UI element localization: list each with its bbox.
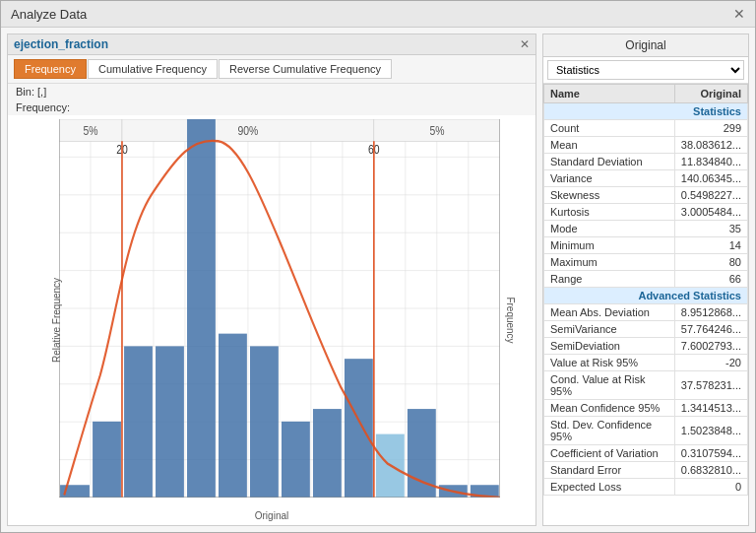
table-row: Mean Confidence 95%1.3414513... (544, 400, 748, 417)
table-row: Count299 (544, 120, 748, 137)
adv-stat-value: -20 (674, 355, 747, 371)
stat-name: Kurtosis (544, 204, 675, 221)
tab-cumulative-button[interactable]: Cumulative Frequency (88, 59, 218, 79)
window-close-button[interactable]: ✕ (733, 6, 745, 22)
stats-dropdown[interactable]: Statistics (547, 60, 744, 80)
table-row: Minimum14 (544, 237, 748, 254)
svg-rect-45 (345, 359, 373, 498)
adv-stat-value: 37.578231... (674, 371, 747, 400)
stat-value: 35 (674, 221, 747, 237)
adv-stat-name: Mean Confidence 95% (544, 400, 675, 417)
stat-name: Range (544, 271, 675, 288)
tab-buttons-row: Frequency Cumulative Frequency Reverse C… (8, 55, 536, 84)
table-row: Standard Error0.6832810... (544, 462, 748, 479)
stat-name: Maximum (544, 254, 675, 271)
stat-value: 3.0005484... (674, 204, 747, 221)
adv-stat-value: 57.764246... (674, 321, 747, 338)
table-row: Skewness0.5498227... (544, 187, 748, 204)
table-row: Standard Deviation11.834840... (544, 154, 748, 170)
analyze-data-window: Analyze Data ✕ ejection_fraction ✕ Frequ… (0, 0, 756, 533)
table-row: Variance140.06345... (544, 170, 748, 187)
adv-stat-value: 0.6832810... (674, 462, 747, 479)
bin-value: [,] (37, 86, 46, 98)
tab-reverse-cumulative-button[interactable]: Reverse Cumulative Frequency (219, 59, 392, 79)
svg-rect-42 (250, 346, 279, 498)
svg-rect-38 (124, 346, 153, 498)
adv-stat-value: 8.9512868... (674, 304, 747, 321)
stat-name: Variance (544, 170, 675, 187)
stat-value: 299 (674, 120, 747, 137)
table-row: Maximum80 (544, 254, 748, 271)
title-bar: Analyze Data ✕ (1, 1, 755, 28)
window-title: Analyze Data (11, 7, 87, 22)
svg-rect-40 (187, 119, 216, 498)
adv-stat-value: 1.3414513... (674, 400, 747, 417)
table-row: Expected Loss0 (544, 479, 748, 496)
adv-stat-value: 7.6002793... (674, 338, 747, 355)
y-axis-left-label: Relative Frequency (51, 278, 62, 363)
main-content: ejection_fraction ✕ Frequency Cumulative… (1, 28, 755, 532)
svg-rect-37 (93, 422, 121, 498)
table-row: SemiVariance57.764246... (544, 321, 748, 338)
svg-text:5%: 5% (429, 124, 444, 137)
freq-label: Frequency: (16, 101, 70, 113)
svg-text:5%: 5% (83, 124, 97, 137)
col-value-header: Original (674, 85, 747, 103)
adv-stat-name: SemiVariance (544, 321, 675, 338)
svg-rect-44 (313, 409, 342, 498)
stat-value: 140.06345... (674, 170, 747, 187)
table-row: Std. Dev. Confidence 95%1.5023848... (544, 417, 748, 445)
stat-value: 0.5498227... (674, 187, 747, 204)
adv-stat-value: 0 (674, 479, 747, 496)
table-row: Range66 (544, 271, 748, 288)
stat-name: Mode (544, 221, 675, 237)
adv-stat-name: Cond. Value at Risk 95% (544, 371, 675, 400)
stat-value: 38.083612... (674, 137, 747, 154)
adv-stat-name: Mean Abs. Deviation (544, 304, 675, 321)
adv-stat-name: SemiDeviation (544, 338, 675, 355)
stats-dropdown-row: Statistics (543, 57, 748, 84)
tab-header: ejection_fraction ✕ (8, 34, 536, 55)
tab-label: ejection_fraction (14, 37, 108, 51)
stat-value: 14 (674, 237, 747, 254)
freq-info: Frequency: (8, 100, 536, 115)
stat-name: Standard Deviation (544, 154, 675, 170)
stat-name: Mean (544, 137, 675, 154)
right-panel: Original Statistics Name Original Statis… (542, 33, 749, 526)
left-panel: ejection_fraction ✕ Frequency Cumulative… (7, 33, 536, 526)
svg-rect-41 (219, 334, 247, 498)
table-row: Coefficient of Variation0.3107594... (544, 445, 748, 462)
x-axis-label: Original (255, 510, 288, 521)
stat-value: 11.834840... (674, 154, 747, 170)
table-row: Mode35 (544, 221, 748, 237)
table-row: Value at Risk 95%-20 (544, 355, 748, 371)
stat-value: 80 (674, 254, 747, 271)
col-name-header: Name (544, 85, 675, 103)
adv-stat-value: 0.3107594... (674, 445, 747, 462)
histogram-chart: 5% 90% 5% 20 60 (59, 119, 500, 498)
original-header: Original (543, 34, 748, 57)
tab-frequency-button[interactable]: Frequency (14, 59, 87, 79)
table-row: Mean Abs. Deviation8.9512868... (544, 304, 748, 321)
stats-table: Name Original StatisticsCount299Mean38.0… (543, 84, 748, 525)
svg-rect-43 (282, 422, 310, 498)
svg-rect-39 (156, 346, 184, 498)
stat-name: Count (544, 120, 675, 137)
y-axis-right-label: Frequency (505, 297, 516, 343)
stat-value: 66 (674, 271, 747, 288)
table-row: Kurtosis3.0005484... (544, 204, 748, 221)
adv-stat-name: Value at Risk 95% (544, 355, 675, 371)
svg-text:90%: 90% (237, 124, 258, 137)
table-row: Mean38.083612... (544, 137, 748, 154)
adv-stat-name: Expected Loss (544, 479, 675, 496)
adv-stat-name: Std. Dev. Confidence 95% (544, 417, 675, 445)
stat-name: Skewness (544, 187, 675, 204)
bin-label: Bin: (16, 86, 34, 98)
bin-info: Bin: [,] (8, 84, 536, 100)
stat-name: Minimum (544, 237, 675, 254)
tab-close-button[interactable]: ✕ (520, 37, 530, 51)
adv-stat-name: Standard Error (544, 462, 675, 479)
chart-area: Relative Frequency Frequency Original (8, 115, 536, 525)
table-row: Cond. Value at Risk 95%37.578231... (544, 371, 748, 400)
adv-stat-value: 1.5023848... (674, 417, 747, 445)
